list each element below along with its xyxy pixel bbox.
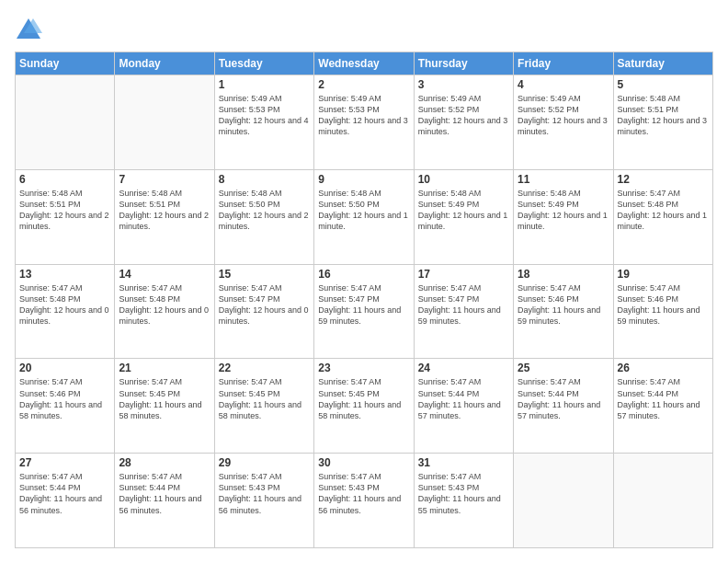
day-number: 17 [418, 268, 509, 281]
day-number: 30 [318, 456, 409, 469]
day-number: 4 [518, 78, 609, 91]
calendar-cell: 29Sunrise: 5:47 AM Sunset: 5:43 PM Dayli… [214, 454, 313, 548]
calendar-cell: 7Sunrise: 5:48 AM Sunset: 5:51 PM Daylig… [115, 169, 214, 264]
calendar-cell: 20Sunrise: 5:47 AM Sunset: 5:46 PM Dayli… [16, 359, 115, 454]
cell-sun-info: Sunrise: 5:48 AM Sunset: 5:50 PM Dayligh… [219, 188, 310, 233]
cell-sun-info: Sunrise: 5:48 AM Sunset: 5:50 PM Dayligh… [318, 188, 409, 233]
cell-sun-info: Sunrise: 5:47 AM Sunset: 5:44 PM Dayligh… [19, 471, 110, 516]
cell-sun-info: Sunrise: 5:47 AM Sunset: 5:47 PM Dayligh… [219, 282, 310, 327]
week-row-3: 13Sunrise: 5:47 AM Sunset: 5:48 PM Dayli… [16, 264, 713, 359]
cell-sun-info: Sunrise: 5:47 AM Sunset: 5:46 PM Dayligh… [518, 282, 609, 327]
calendar-cell: 19Sunrise: 5:47 AM Sunset: 5:46 PM Dayli… [613, 264, 712, 359]
cell-sun-info: Sunrise: 5:48 AM Sunset: 5:49 PM Dayligh… [518, 188, 609, 233]
weekday-header-wednesday: Wednesday [314, 52, 414, 75]
calendar-cell: 1Sunrise: 5:49 AM Sunset: 5:53 PM Daylig… [214, 75, 313, 170]
cell-sun-info: Sunrise: 5:47 AM Sunset: 5:44 PM Dayligh… [518, 376, 609, 421]
weekday-header-saturday: Saturday [613, 52, 712, 75]
cell-sun-info: Sunrise: 5:48 AM Sunset: 5:51 PM Dayligh… [119, 188, 210, 233]
calendar-cell [16, 75, 115, 170]
cell-sun-info: Sunrise: 5:49 AM Sunset: 5:52 PM Dayligh… [518, 93, 609, 138]
calendar-cell: 11Sunrise: 5:48 AM Sunset: 5:49 PM Dayli… [514, 169, 613, 264]
cell-sun-info: Sunrise: 5:48 AM Sunset: 5:51 PM Dayligh… [19, 188, 110, 233]
cell-sun-info: Sunrise: 5:47 AM Sunset: 5:43 PM Dayligh… [418, 471, 509, 516]
cell-sun-info: Sunrise: 5:47 AM Sunset: 5:45 PM Dayligh… [219, 376, 310, 421]
calendar-table: SundayMondayTuesdayWednesdayThursdayFrid… [15, 52, 713, 548]
header [15, 15, 713, 42]
calendar-cell: 25Sunrise: 5:47 AM Sunset: 5:44 PM Dayli… [514, 359, 613, 454]
day-number: 20 [19, 362, 110, 374]
cell-sun-info: Sunrise: 5:47 AM Sunset: 5:47 PM Dayligh… [418, 282, 509, 327]
week-row-4: 20Sunrise: 5:47 AM Sunset: 5:46 PM Dayli… [16, 359, 713, 454]
cell-sun-info: Sunrise: 5:47 AM Sunset: 5:48 PM Dayligh… [618, 188, 709, 233]
cell-sun-info: Sunrise: 5:48 AM Sunset: 5:51 PM Dayligh… [618, 93, 709, 138]
calendar-cell: 6Sunrise: 5:48 AM Sunset: 5:51 PM Daylig… [16, 169, 115, 264]
week-row-5: 27Sunrise: 5:47 AM Sunset: 5:44 PM Dayli… [16, 454, 713, 548]
calendar-cell: 3Sunrise: 5:49 AM Sunset: 5:52 PM Daylig… [414, 75, 513, 170]
day-number: 22 [219, 362, 310, 374]
calendar-cell: 9Sunrise: 5:48 AM Sunset: 5:50 PM Daylig… [314, 169, 414, 264]
cell-sun-info: Sunrise: 5:47 AM Sunset: 5:48 PM Dayligh… [119, 282, 210, 327]
calendar-cell: 23Sunrise: 5:47 AM Sunset: 5:45 PM Dayli… [314, 359, 414, 454]
cell-sun-info: Sunrise: 5:48 AM Sunset: 5:49 PM Dayligh… [418, 188, 509, 233]
cell-sun-info: Sunrise: 5:47 AM Sunset: 5:47 PM Dayligh… [318, 282, 409, 327]
calendar-cell: 5Sunrise: 5:48 AM Sunset: 5:51 PM Daylig… [613, 75, 712, 170]
day-number: 8 [219, 173, 310, 186]
day-number: 14 [119, 268, 210, 281]
day-number: 1 [219, 78, 310, 91]
page: SundayMondayTuesdayWednesdayThursdayFrid… [0, 0, 728, 563]
calendar-cell: 27Sunrise: 5:47 AM Sunset: 5:44 PM Dayli… [16, 454, 115, 548]
week-row-1: 1Sunrise: 5:49 AM Sunset: 5:53 PM Daylig… [16, 75, 713, 170]
cell-sun-info: Sunrise: 5:47 AM Sunset: 5:45 PM Dayligh… [119, 376, 210, 421]
calendar-cell: 24Sunrise: 5:47 AM Sunset: 5:44 PM Dayli… [414, 359, 513, 454]
calendar-cell: 30Sunrise: 5:47 AM Sunset: 5:43 PM Dayli… [314, 454, 414, 548]
cell-sun-info: Sunrise: 5:49 AM Sunset: 5:52 PM Dayligh… [418, 93, 509, 138]
day-number: 3 [418, 78, 509, 91]
calendar-cell: 15Sunrise: 5:47 AM Sunset: 5:47 PM Dayli… [214, 264, 313, 359]
calendar-cell: 4Sunrise: 5:49 AM Sunset: 5:52 PM Daylig… [514, 75, 613, 170]
cell-sun-info: Sunrise: 5:49 AM Sunset: 5:53 PM Dayligh… [219, 93, 310, 138]
weekday-header-row: SundayMondayTuesdayWednesdayThursdayFrid… [16, 52, 713, 75]
day-number: 10 [418, 173, 509, 186]
calendar-cell: 21Sunrise: 5:47 AM Sunset: 5:45 PM Dayli… [115, 359, 214, 454]
calendar-cell: 10Sunrise: 5:48 AM Sunset: 5:49 PM Dayli… [414, 169, 513, 264]
cell-sun-info: Sunrise: 5:47 AM Sunset: 5:46 PM Dayligh… [19, 376, 110, 421]
cell-sun-info: Sunrise: 5:47 AM Sunset: 5:45 PM Dayligh… [318, 376, 409, 421]
calendar-cell: 16Sunrise: 5:47 AM Sunset: 5:47 PM Dayli… [314, 264, 414, 359]
calendar-cell: 2Sunrise: 5:49 AM Sunset: 5:53 PM Daylig… [314, 75, 414, 170]
day-number: 5 [618, 78, 709, 91]
cell-sun-info: Sunrise: 5:47 AM Sunset: 5:46 PM Dayligh… [618, 282, 709, 327]
calendar-cell: 8Sunrise: 5:48 AM Sunset: 5:50 PM Daylig… [214, 169, 313, 264]
calendar-cell: 18Sunrise: 5:47 AM Sunset: 5:46 PM Dayli… [514, 264, 613, 359]
calendar-cell [514, 454, 613, 548]
calendar-cell: 14Sunrise: 5:47 AM Sunset: 5:48 PM Dayli… [115, 264, 214, 359]
weekday-header-thursday: Thursday [414, 52, 513, 75]
weekday-header-monday: Monday [115, 52, 214, 75]
logo-icon [15, 15, 42, 42]
weekday-header-friday: Friday [514, 52, 613, 75]
cell-sun-info: Sunrise: 5:49 AM Sunset: 5:53 PM Dayligh… [318, 93, 409, 138]
day-number: 27 [19, 456, 110, 469]
day-number: 15 [219, 268, 310, 281]
day-number: 16 [318, 268, 409, 281]
day-number: 24 [418, 362, 509, 374]
day-number: 29 [219, 456, 310, 469]
calendar-cell: 31Sunrise: 5:47 AM Sunset: 5:43 PM Dayli… [414, 454, 513, 548]
day-number: 18 [518, 268, 609, 281]
day-number: 23 [318, 362, 409, 374]
day-number: 25 [518, 362, 609, 374]
day-number: 26 [618, 362, 709, 374]
cell-sun-info: Sunrise: 5:47 AM Sunset: 5:43 PM Dayligh… [318, 471, 409, 516]
cell-sun-info: Sunrise: 5:47 AM Sunset: 5:44 PM Dayligh… [618, 376, 709, 421]
day-number: 28 [119, 456, 210, 469]
calendar-cell [115, 75, 214, 170]
day-number: 2 [318, 78, 409, 91]
calendar-cell: 12Sunrise: 5:47 AM Sunset: 5:48 PM Dayli… [613, 169, 712, 264]
weekday-header-sunday: Sunday [16, 52, 115, 75]
day-number: 9 [318, 173, 409, 186]
calendar-cell: 22Sunrise: 5:47 AM Sunset: 5:45 PM Dayli… [214, 359, 313, 454]
day-number: 12 [618, 173, 709, 186]
day-number: 31 [418, 456, 509, 469]
day-number: 19 [618, 268, 709, 281]
cell-sun-info: Sunrise: 5:47 AM Sunset: 5:44 PM Dayligh… [119, 471, 210, 516]
week-row-2: 6Sunrise: 5:48 AM Sunset: 5:51 PM Daylig… [16, 169, 713, 264]
